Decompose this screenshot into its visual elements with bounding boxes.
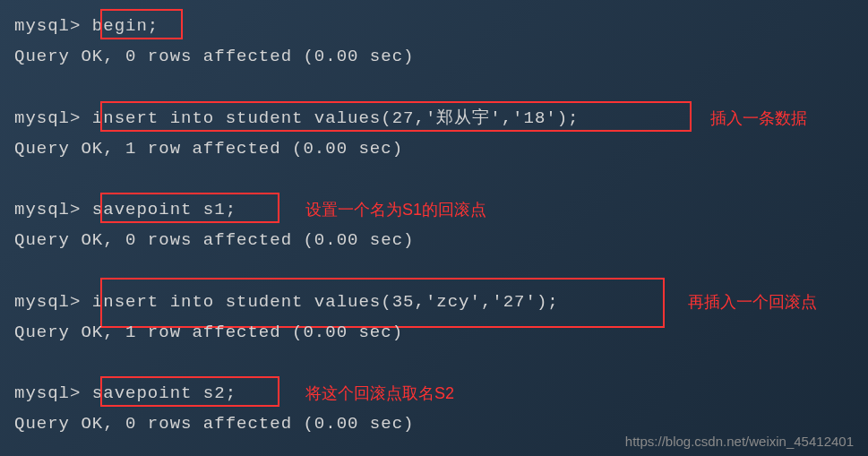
terminal-output: Query OK, 1 row affected (0.00 sec): [14, 317, 854, 348]
terminal-output: Query OK, 1 row affected (0.00 sec): [14, 133, 854, 164]
blank-line: [14, 348, 854, 378]
blank-line: [14, 72, 854, 102]
prompt: mysql>: [14, 383, 81, 403]
watermark: https://blog.csdn.net/weixin_45412401: [625, 434, 854, 449]
blank-line: [14, 164, 854, 194]
prompt: mysql>: [14, 16, 81, 36]
cmd-savepoint2: savepoint s2;: [92, 383, 236, 403]
annotation-insert2: 再插入一个回滚点: [688, 291, 817, 313]
cmd-insert1: insert into student values(27,'郑从宇','18'…: [92, 108, 580, 128]
cmd-begin: begin;: [92, 16, 159, 36]
annotation-savepoint1: 设置一个名为S1的回滚点: [305, 199, 486, 220]
prompt: mysql>: [14, 108, 81, 128]
cmd-savepoint1: savepoint s1;: [92, 200, 236, 219]
prompt: mysql>: [14, 292, 81, 312]
blank-line: [14, 256, 854, 287]
annotation-savepoint2: 将这个回滚点取名S2: [305, 383, 454, 404]
terminal-output: Query OK, 0 rows affected (0.00 sec): [14, 41, 854, 72]
cmd-insert2: insert into student values(35,'zcy','27'…: [92, 292, 559, 312]
annotation-insert1: 插入一条数据: [710, 108, 807, 129]
prompt: mysql>: [14, 200, 81, 219]
terminal-output: Query OK, 0 rows affected (0.00 sec): [14, 225, 854, 255]
terminal-line: mysql> begin;: [14, 11, 854, 41]
